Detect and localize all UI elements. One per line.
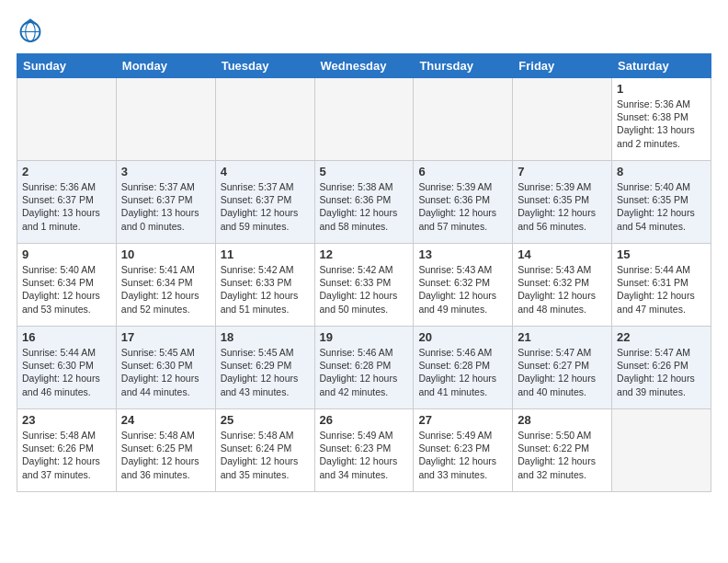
calendar-week-row: 2Sunrise: 5:36 AMSunset: 6:37 PMDaylight…	[17, 161, 711, 244]
day-info: Sunrise: 5:44 AMSunset: 6:30 PMDaylight:…	[22, 346, 111, 398]
day-number: 28	[518, 413, 607, 427]
calendar-cell	[414, 78, 513, 161]
day-info: Sunrise: 5:37 AMSunset: 6:37 PMDaylight:…	[121, 180, 210, 233]
day-info: Sunrise: 5:40 AMSunset: 6:35 PMDaylight:…	[617, 180, 706, 233]
day-info: Sunrise: 5:36 AMSunset: 6:37 PMDaylight:…	[22, 180, 111, 233]
calendar-cell: 20Sunrise: 5:46 AMSunset: 6:28 PMDayligh…	[414, 327, 513, 409]
day-number: 12	[320, 247, 409, 261]
weekday-header-sunday: Sunday	[17, 54, 117, 78]
day-number: 11	[221, 247, 310, 261]
calendar-cell: 26Sunrise: 5:49 AMSunset: 6:23 PMDayligh…	[314, 409, 414, 492]
day-number: 8	[617, 165, 706, 178]
calendar-cell: 25Sunrise: 5:48 AMSunset: 6:24 PMDayligh…	[215, 409, 314, 492]
day-info: Sunrise: 5:39 AMSunset: 6:36 PMDaylight:…	[418, 180, 507, 233]
day-info: Sunrise: 5:42 AMSunset: 6:33 PMDaylight:…	[221, 263, 310, 316]
weekday-header-wednesday: Wednesday	[314, 54, 414, 78]
calendar-cell: 5Sunrise: 5:38 AMSunset: 6:36 PMDaylight…	[314, 161, 414, 244]
calendar-week-row: 9Sunrise: 5:40 AMSunset: 6:34 PMDaylight…	[17, 244, 711, 327]
calendar-cell: 13Sunrise: 5:43 AMSunset: 6:32 PMDayligh…	[414, 244, 513, 327]
day-number: 17	[121, 330, 210, 344]
day-number: 16	[22, 330, 111, 344]
day-number: 20	[418, 330, 507, 344]
day-number: 22	[617, 330, 706, 344]
day-number: 5	[320, 165, 409, 178]
day-number: 27	[418, 413, 507, 427]
calendar-cell: 9Sunrise: 5:40 AMSunset: 6:34 PMDaylight…	[17, 244, 117, 327]
calendar-week-row: 1Sunrise: 5:36 AMSunset: 6:38 PMDaylight…	[17, 78, 711, 161]
day-number: 23	[22, 413, 111, 427]
calendar-cell: 14Sunrise: 5:43 AMSunset: 6:32 PMDayligh…	[513, 244, 612, 327]
day-number: 21	[518, 330, 607, 344]
day-number: 10	[121, 247, 210, 261]
day-number: 4	[221, 165, 310, 178]
day-number: 7	[518, 165, 607, 178]
calendar-cell: 7Sunrise: 5:39 AMSunset: 6:35 PMDaylight…	[513, 161, 612, 244]
day-number: 13	[418, 247, 507, 261]
day-number: 6	[418, 165, 507, 178]
weekday-header-friday: Friday	[513, 54, 612, 78]
calendar-week-row: 23Sunrise: 5:48 AMSunset: 6:26 PMDayligh…	[17, 409, 711, 492]
calendar-cell: 6Sunrise: 5:39 AMSunset: 6:36 PMDaylight…	[414, 161, 513, 244]
calendar-cell	[17, 78, 117, 161]
day-info: Sunrise: 5:47 AMSunset: 6:26 PMDaylight:…	[617, 346, 706, 398]
day-info: Sunrise: 5:48 AMSunset: 6:25 PMDaylight:…	[121, 429, 210, 481]
day-number: 25	[221, 413, 310, 427]
calendar-cell: 8Sunrise: 5:40 AMSunset: 6:35 PMDaylight…	[612, 161, 711, 244]
logo	[17, 17, 46, 44]
calendar-cell: 2Sunrise: 5:36 AMSunset: 6:37 PMDaylight…	[17, 161, 117, 244]
logo-icon	[17, 17, 44, 44]
day-number: 15	[617, 247, 706, 261]
day-info: Sunrise: 5:45 AMSunset: 6:29 PMDaylight:…	[221, 346, 310, 398]
header	[17, 17, 711, 44]
calendar-cell: 23Sunrise: 5:48 AMSunset: 6:26 PMDayligh…	[17, 409, 117, 492]
day-number: 2	[22, 165, 111, 178]
day-info: Sunrise: 5:49 AMSunset: 6:23 PMDaylight:…	[320, 429, 409, 481]
page: SundayMondayTuesdayWednesdayThursdayFrid…	[0, 0, 728, 501]
day-number: 1	[617, 82, 706, 96]
calendar-cell: 19Sunrise: 5:46 AMSunset: 6:28 PMDayligh…	[314, 327, 414, 409]
weekday-header-monday: Monday	[116, 54, 215, 78]
day-info: Sunrise: 5:37 AMSunset: 6:37 PMDaylight:…	[221, 180, 310, 233]
calendar-cell	[513, 78, 612, 161]
day-info: Sunrise: 5:48 AMSunset: 6:24 PMDaylight:…	[221, 429, 310, 481]
calendar-cell	[215, 78, 314, 161]
day-info: Sunrise: 5:40 AMSunset: 6:34 PMDaylight:…	[22, 263, 111, 316]
day-info: Sunrise: 5:50 AMSunset: 6:22 PMDaylight:…	[518, 429, 607, 481]
calendar-cell: 10Sunrise: 5:41 AMSunset: 6:34 PMDayligh…	[116, 244, 215, 327]
day-info: Sunrise: 5:43 AMSunset: 6:32 PMDaylight:…	[518, 263, 607, 316]
calendar-cell: 24Sunrise: 5:48 AMSunset: 6:25 PMDayligh…	[116, 409, 215, 492]
calendar: SundayMondayTuesdayWednesdayThursdayFrid…	[17, 53, 711, 492]
calendar-cell: 21Sunrise: 5:47 AMSunset: 6:27 PMDayligh…	[513, 327, 612, 409]
day-number: 26	[320, 413, 409, 427]
calendar-cell: 28Sunrise: 5:50 AMSunset: 6:22 PMDayligh…	[513, 409, 612, 492]
day-info: Sunrise: 5:44 AMSunset: 6:31 PMDaylight:…	[617, 263, 706, 316]
day-info: Sunrise: 5:42 AMSunset: 6:33 PMDaylight:…	[320, 263, 409, 316]
calendar-cell	[612, 409, 711, 492]
calendar-cell: 1Sunrise: 5:36 AMSunset: 6:38 PMDaylight…	[612, 78, 711, 161]
weekday-header-row: SundayMondayTuesdayWednesdayThursdayFrid…	[17, 54, 711, 78]
calendar-cell	[314, 78, 414, 161]
weekday-header-tuesday: Tuesday	[215, 54, 314, 78]
day-info: Sunrise: 5:46 AMSunset: 6:28 PMDaylight:…	[320, 346, 409, 398]
calendar-cell: 15Sunrise: 5:44 AMSunset: 6:31 PMDayligh…	[612, 244, 711, 327]
day-number: 24	[121, 413, 210, 427]
day-info: Sunrise: 5:45 AMSunset: 6:30 PMDaylight:…	[121, 346, 210, 398]
calendar-cell: 16Sunrise: 5:44 AMSunset: 6:30 PMDayligh…	[17, 327, 117, 409]
day-info: Sunrise: 5:41 AMSunset: 6:34 PMDaylight:…	[121, 263, 210, 316]
calendar-cell: 11Sunrise: 5:42 AMSunset: 6:33 PMDayligh…	[215, 244, 314, 327]
calendar-cell: 17Sunrise: 5:45 AMSunset: 6:30 PMDayligh…	[116, 327, 215, 409]
calendar-cell: 18Sunrise: 5:45 AMSunset: 6:29 PMDayligh…	[215, 327, 314, 409]
calendar-cell: 22Sunrise: 5:47 AMSunset: 6:26 PMDayligh…	[612, 327, 711, 409]
day-info: Sunrise: 5:46 AMSunset: 6:28 PMDaylight:…	[418, 346, 507, 398]
calendar-cell: 3Sunrise: 5:37 AMSunset: 6:37 PMDaylight…	[116, 161, 215, 244]
calendar-cell: 12Sunrise: 5:42 AMSunset: 6:33 PMDayligh…	[314, 244, 414, 327]
calendar-cell: 27Sunrise: 5:49 AMSunset: 6:23 PMDayligh…	[414, 409, 513, 492]
weekday-header-thursday: Thursday	[414, 54, 513, 78]
day-info: Sunrise: 5:39 AMSunset: 6:35 PMDaylight:…	[518, 180, 607, 233]
calendar-cell	[116, 78, 215, 161]
day-info: Sunrise: 5:38 AMSunset: 6:36 PMDaylight:…	[320, 180, 409, 233]
day-info: Sunrise: 5:49 AMSunset: 6:23 PMDaylight:…	[418, 429, 507, 481]
day-info: Sunrise: 5:36 AMSunset: 6:38 PMDaylight:…	[617, 98, 706, 150]
day-number: 14	[518, 247, 607, 261]
calendar-cell: 4Sunrise: 5:37 AMSunset: 6:37 PMDaylight…	[215, 161, 314, 244]
